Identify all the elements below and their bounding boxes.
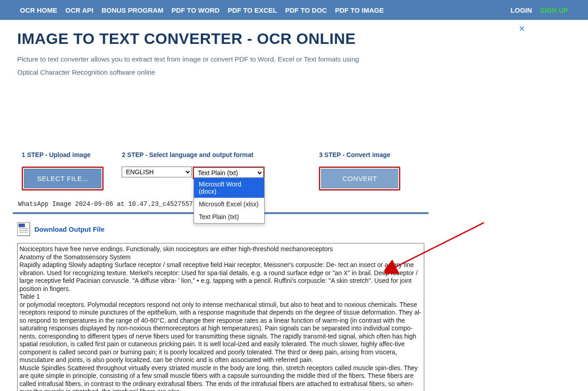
nav-right-group: LOGIN SIGN UP: [511, 6, 568, 14]
format-select[interactable]: Text Plain (txt): [194, 167, 264, 178]
select-file-button[interactable]: SELECT FILE...: [24, 169, 101, 188]
page-subtitle: Picture to text converter allows you to …: [17, 53, 361, 79]
step-3-column: 3 STEP - Convert image CONVERT: [319, 151, 400, 191]
uploaded-filename: WhatsApp Image 2024-09-06 at 10.47.23_c4…: [18, 200, 571, 208]
convert-frame: CONVERT: [319, 167, 400, 191]
step-2-column: 2 STEP - Select language and output form…: [122, 151, 265, 191]
nav-pdf-to-word[interactable]: PDF TO WORD: [171, 6, 219, 14]
nav-left-group: OCR HOME OCR API BONUS PROGRAM PDF TO WO…: [20, 6, 384, 14]
nav-bonus-program[interactable]: BONUS PROGRAM: [101, 6, 163, 14]
step-2-label: 2 STEP - Select language and output form…: [122, 151, 265, 158]
steps-row: 1 STEP - Upload image SELECT FILE... 2 S…: [17, 151, 571, 191]
select-file-frame: SELECT FILE...: [22, 167, 104, 191]
language-select[interactable]: ENGLISH: [122, 167, 192, 177]
nav-pdf-to-image[interactable]: PDF TO IMAGE: [335, 6, 384, 14]
nav-ocr-home[interactable]: OCR HOME: [20, 6, 57, 14]
step-1-column: 1 STEP - Upload image SELECT FILE...: [17, 151, 104, 191]
file-icon: [17, 222, 30, 236]
select-row: ENGLISH Text Plain (txt) Microsoft Word …: [122, 167, 265, 179]
download-row: Download Output File: [17, 222, 571, 236]
top-nav: OCR HOME OCR API BONUS PROGRAM PDF TO WO…: [0, 0, 588, 20]
download-output-link[interactable]: Download Output File: [34, 225, 104, 233]
format-select-frame: Text Plain (txt) Microsoft Word (docx) M…: [193, 167, 265, 179]
nav-pdf-to-doc[interactable]: PDF TO DOC: [285, 6, 327, 14]
ad-close-icon[interactable]: ✕: [519, 24, 525, 33]
login-link[interactable]: LOGIN: [511, 6, 532, 14]
page-title: IMAGE TO TEXT CONVERTER - OCR ONLINE: [17, 30, 571, 48]
format-option-xlsx[interactable]: Microsoft Excel (xlsx): [194, 198, 264, 210]
nav-ocr-api[interactable]: OCR API: [66, 6, 94, 14]
format-option-txt[interactable]: Text Plain (txt): [194, 210, 264, 223]
step-1-label: 1 STEP - Upload image: [22, 151, 104, 158]
ocr-output-textarea[interactable]: [17, 243, 424, 391]
signup-link[interactable]: SIGN UP: [540, 6, 568, 14]
step-3-label: 3 STEP - Convert image: [319, 151, 400, 158]
nav-pdf-to-excel[interactable]: PDF TO EXCEL: [228, 6, 277, 14]
format-dropdown-list: Microsoft Word (docx) Microsoft Excel (x…: [194, 177, 265, 224]
format-option-docx[interactable]: Microsoft Word (docx): [194, 178, 264, 198]
convert-button[interactable]: CONVERT: [321, 169, 398, 188]
main-content: ✕ IMAGE TO TEXT CONVERTER - OCR ONLINE P…: [0, 20, 588, 391]
